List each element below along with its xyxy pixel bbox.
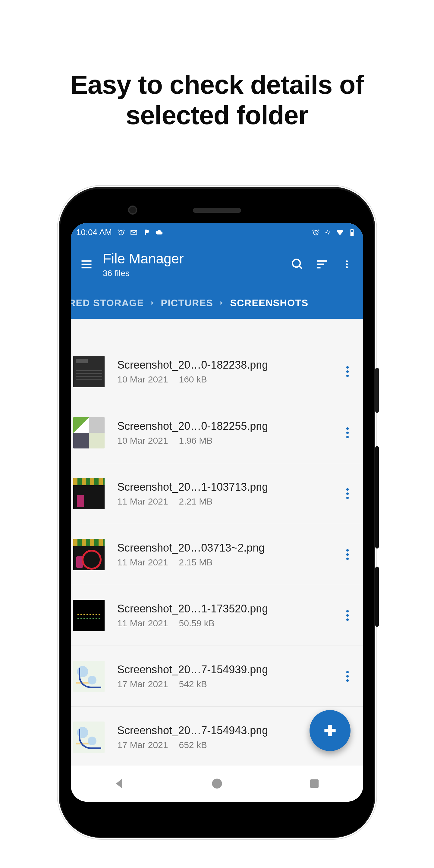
- file-size: 2.15 MB: [179, 557, 213, 567]
- file-list[interactable]: Screenshot_20…0-182238.png 10 Mar 2021 1…: [71, 319, 363, 767]
- alarm-icon: [117, 228, 125, 236]
- status-bar: 10:04 AM: [71, 223, 363, 242]
- file-date: 11 Mar 2021: [117, 496, 168, 507]
- file-row[interactable]: Screenshot_20…0-182238.png 10 Mar 2021 1…: [71, 341, 363, 402]
- file-row[interactable]: Screenshot_20…7-154939.png 17 Mar 2021 5…: [71, 646, 363, 707]
- file-thumbnail: [73, 661, 104, 692]
- status-time: 10:04 AM: [76, 227, 112, 237]
- android-nav-bar: [71, 766, 363, 802]
- file-size: 652 kB: [179, 740, 207, 750]
- fab-add-button[interactable]: [310, 710, 350, 751]
- headline-line-2: selected folder: [126, 100, 308, 130]
- search-button[interactable]: [290, 256, 305, 272]
- overflow-button[interactable]: [339, 256, 355, 272]
- file-date: 17 Mar 2021: [117, 740, 168, 750]
- file-size: 1.96 MB: [179, 435, 213, 446]
- file-name: Screenshot_20…7-154943.png: [117, 724, 340, 737]
- file-thumbnail: [73, 721, 104, 753]
- file-date: 11 Mar 2021: [117, 557, 168, 567]
- phone-mockup: 10:04 AM: [59, 187, 375, 838]
- wifi-icon: [336, 228, 344, 236]
- battery-icon: [348, 228, 356, 236]
- phone-screen: 10:04 AM: [71, 223, 363, 802]
- file-more-button[interactable]: [340, 487, 355, 501]
- file-size: 50.59 kB: [179, 618, 214, 628]
- promo-headline: Easy to check details of selected folder: [0, 69, 434, 130]
- file-size: 160 kB: [179, 374, 207, 384]
- p-icon: [143, 228, 150, 236]
- breadcrumb: RED STORAGE PICTURES SCREENSHOTS: [71, 287, 363, 319]
- breadcrumb-item-pictures[interactable]: PICTURES: [157, 298, 218, 309]
- file-name: Screenshot_20…0-182238.png: [117, 359, 340, 371]
- side-button-2: [375, 446, 379, 549]
- file-row[interactable]: Screenshot_20…1-103713.png 11 Mar 2021 2…: [71, 463, 363, 524]
- file-more-button[interactable]: [340, 608, 355, 623]
- file-row[interactable]: Screenshot_20…0-182255.png 10 Mar 2021 1…: [71, 402, 363, 463]
- svg-point-4: [346, 264, 348, 265]
- file-more-button[interactable]: [340, 364, 355, 379]
- file-thumbnail: [73, 600, 104, 631]
- appbar-title-block: File Manager 36 files: [103, 250, 281, 278]
- breadcrumb-item-storage[interactable]: RED STORAGE: [71, 298, 148, 309]
- file-row[interactable]: Screenshot_20…1-173520.png 11 Mar 2021 5…: [71, 585, 363, 646]
- nav-back-button[interactable]: [111, 775, 129, 793]
- svg-point-5: [346, 267, 348, 268]
- file-size: 542 kB: [179, 679, 207, 689]
- file-thumbnail: [73, 539, 104, 570]
- chevron-right-icon: [217, 299, 226, 307]
- cloud-icon: [155, 228, 163, 236]
- side-button-1: [375, 368, 379, 413]
- file-name: Screenshot_20…1-103713.png: [117, 481, 340, 493]
- file-thumbnail: [73, 478, 104, 509]
- headline-line-1: Easy to check details of: [70, 70, 364, 99]
- chevron-right-icon: [148, 299, 157, 307]
- side-button-3: [375, 567, 379, 627]
- breadcrumb-item-screenshots[interactable]: SCREENSHOTS: [226, 298, 313, 309]
- file-thumbnail: [73, 356, 104, 387]
- file-date: 10 Mar 2021: [117, 435, 168, 446]
- phone-speaker: [193, 208, 241, 213]
- gmail-icon: [130, 228, 138, 236]
- file-date: 17 Mar 2021: [117, 679, 168, 689]
- svg-point-3: [346, 260, 348, 262]
- file-more-button[interactable]: [340, 426, 355, 440]
- sort-button[interactable]: [314, 256, 330, 272]
- phone-camera: [128, 206, 137, 215]
- file-size: 2.21 MB: [179, 496, 213, 507]
- file-date: 10 Mar 2021: [117, 374, 168, 384]
- svg-point-2: [293, 259, 301, 267]
- alarm-icon: [312, 228, 320, 236]
- file-more-button[interactable]: [340, 669, 355, 684]
- file-name: Screenshot_20…03713~2.png: [117, 541, 340, 554]
- file-name: Screenshot_20…1-173520.png: [117, 602, 340, 615]
- nav-recent-button[interactable]: [305, 775, 323, 793]
- svg-point-6: [212, 779, 222, 789]
- file-more-button[interactable]: [340, 547, 355, 562]
- data-icon: [324, 228, 332, 236]
- file-row[interactable]: Screenshot_20…03713~2.png 11 Mar 2021 2.…: [71, 524, 363, 585]
- svg-rect-7: [310, 779, 318, 788]
- nav-home-button[interactable]: [208, 775, 226, 793]
- appbar-subtitle: 36 files: [103, 269, 281, 278]
- file-name: Screenshot_20…7-154939.png: [117, 663, 340, 676]
- file-name: Screenshot_20…0-182255.png: [117, 420, 340, 433]
- appbar-title: File Manager: [103, 250, 281, 267]
- status-icons-left: [117, 228, 163, 236]
- file-thumbnail: [73, 417, 104, 448]
- menu-button[interactable]: [79, 257, 94, 272]
- status-icons-right: [312, 228, 356, 236]
- app-bar: File Manager 36 files: [71, 242, 363, 287]
- file-date: 11 Mar 2021: [117, 618, 168, 628]
